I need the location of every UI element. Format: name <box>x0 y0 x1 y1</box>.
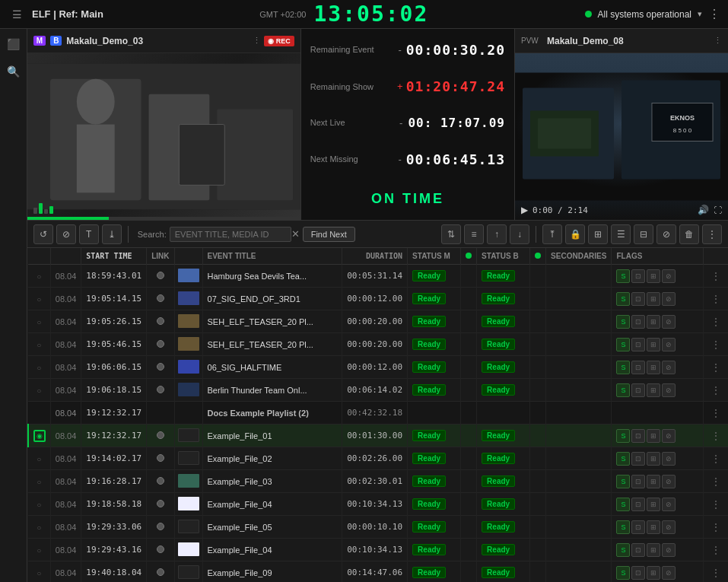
flag-grid-icon[interactable]: ⊞ <box>647 429 660 443</box>
row-more-cell[interactable]: ⋮ <box>704 379 729 402</box>
text-button[interactable]: T <box>79 224 99 244</box>
flag-grid-icon[interactable]: ⊞ <box>647 543 660 557</box>
flag-grid-icon[interactable]: ⊞ <box>647 269 660 283</box>
block-button[interactable]: ⊘ <box>656 224 676 244</box>
col-header-secondaries[interactable]: SECONDARIES <box>546 248 612 265</box>
row-more-cell[interactable]: ⋮ <box>704 425 729 447</box>
row-icon-cell[interactable]: ○ <box>28 539 51 561</box>
row-icon-cell[interactable]: ○ <box>28 516 51 539</box>
flag-grid-icon[interactable]: ⊞ <box>647 338 660 351</box>
row-flags-cell[interactable]: S ⊡ ⊞ ⊘ <box>612 447 704 470</box>
row-icon-cell[interactable]: ○ <box>28 493 51 516</box>
row-flags-cell[interactable]: S ⊡ ⊞ ⊘ <box>612 539 704 561</box>
row-more-cell[interactable]: ⋮ <box>704 470 729 493</box>
row-select-icon[interactable]: ○ <box>37 501 41 509</box>
row-icon-cell[interactable]: ○ <box>28 288 51 310</box>
flag-s-icon[interactable]: S <box>616 269 630 283</box>
row-more-cell[interactable]: ⋮ <box>704 539 729 561</box>
row-more-button[interactable]: ⋮ <box>708 430 723 442</box>
flag-grid-icon[interactable]: ⊞ <box>647 498 660 511</box>
flag-copy-icon[interactable]: ⊡ <box>631 338 645 351</box>
flag-grid-icon[interactable]: ⊞ <box>647 292 660 306</box>
flag-s-icon[interactable]: S <box>616 543 630 557</box>
flag-block-icon[interactable]: ⊘ <box>662 475 676 488</box>
col-header-status-b[interactable]: STATUS B <box>477 248 530 265</box>
row-title-cell[interactable]: Example_File_02 <box>202 447 342 470</box>
sidebar-monitor-icon[interactable]: ⬛ <box>4 35 22 53</box>
col-header-duration[interactable]: DURATION <box>342 248 408 265</box>
row-title-cell[interactable]: SEH_ELF_TEASER_20 Pl... <box>202 333 342 356</box>
row-more-button[interactable]: ⋮ <box>708 316 723 328</box>
refresh-button[interactable]: ↺ <box>33 224 53 244</box>
row-select-icon[interactable]: ○ <box>37 364 41 372</box>
flag-s-icon[interactable]: S <box>616 429 630 443</box>
row-select-icon[interactable]: ○ <box>37 478 41 486</box>
flag-block-icon[interactable]: ⊘ <box>662 452 676 466</box>
row-more-button[interactable]: ⋮ <box>708 475 723 488</box>
rec-button[interactable]: ◉ REC <box>264 36 294 46</box>
row-more-button[interactable]: ⋮ <box>708 293 723 305</box>
row-icon-cell[interactable]: ○ <box>28 561 51 583</box>
preview-progress-bar[interactable] <box>27 217 300 220</box>
pvw-more-button[interactable]: ⋮ <box>714 36 722 46</box>
row-more-cell[interactable]: ⋮ <box>704 288 729 310</box>
arrow-down-button[interactable]: ↓ <box>510 224 529 244</box>
row-more-cell[interactable]: ⋮ <box>704 356 729 379</box>
grid-button[interactable]: ⊞ <box>588 224 608 244</box>
flag-grid-icon[interactable]: ⊞ <box>647 315 660 329</box>
flag-s-icon[interactable]: S <box>616 338 630 351</box>
row-more-button[interactable]: ⋮ <box>708 567 723 579</box>
row-select-icon[interactable]: ○ <box>37 546 41 555</box>
upload-button[interactable]: ⤒ <box>542 224 562 244</box>
row-icon-cell[interactable]: ○ <box>28 470 51 493</box>
row-flags-cell[interactable]: S ⊡ ⊞ ⊘ <box>612 561 704 583</box>
flag-s-icon[interactable]: S <box>616 475 630 488</box>
flag-block-icon[interactable]: ⊘ <box>662 315 676 329</box>
arrow-up-button[interactable]: ↑ <box>487 224 507 244</box>
row-flags-cell[interactable]: S ⊡ ⊞ ⊘ <box>612 356 704 379</box>
flag-copy-icon[interactable]: ⊡ <box>631 520 645 534</box>
flag-grid-icon[interactable]: ⊞ <box>647 361 660 374</box>
flag-copy-icon[interactable]: ⊡ <box>631 566 645 580</box>
row-more-button[interactable]: ⋮ <box>708 521 723 533</box>
download-button[interactable]: ⤓ <box>102 224 122 244</box>
row-icon-cell[interactable]: ◉ <box>28 425 51 447</box>
row-flags-cell[interactable]: S ⊡ ⊞ ⊘ <box>612 516 704 539</box>
row-more-cell[interactable]: ⋮ <box>704 493 729 516</box>
row-title-cell[interactable]: Berlin Thunder Team Onl... <box>202 379 342 402</box>
flag-grid-icon[interactable]: ⊞ <box>647 520 660 534</box>
flag-block-icon[interactable]: ⊘ <box>662 543 676 557</box>
flag-block-icon[interactable]: ⊘ <box>662 498 676 511</box>
flag-s-icon[interactable]: S <box>616 498 630 511</box>
flag-block-icon[interactable]: ⊘ <box>662 338 676 351</box>
row-flags-cell[interactable]: S ⊡ ⊞ ⊘ <box>612 310 704 333</box>
flag-s-icon[interactable]: S <box>616 383 630 397</box>
flag-copy-icon[interactable]: ⊡ <box>631 361 645 374</box>
pvw-fullscreen-icon[interactable]: ⛶ <box>714 205 722 215</box>
pvw-volume-icon[interactable]: 🔊 <box>698 205 709 215</box>
flag-copy-icon[interactable]: ⊡ <box>631 543 645 557</box>
row-icon-cell[interactable]: ○ <box>28 265 51 288</box>
flag-s-icon[interactable]: S <box>616 452 630 466</box>
row-more-button[interactable]: ⋮ <box>708 407 723 419</box>
secure-button[interactable]: 🔒 <box>565 224 585 244</box>
lock-button[interactable]: ⊘ <box>56 224 76 244</box>
flag-s-icon[interactable]: S <box>616 292 630 306</box>
row-flags-cell[interactable]: S ⊡ ⊞ ⊘ <box>612 379 704 402</box>
row-more-cell[interactable]: ⋮ <box>704 447 729 470</box>
flag-block-icon[interactable]: ⊘ <box>662 429 676 443</box>
row-select-icon[interactable]: ○ <box>37 569 41 577</box>
row-title-cell[interactable]: Example_File_04 <box>202 539 342 561</box>
flag-block-icon[interactable]: ⊘ <box>662 269 676 283</box>
window-icon[interactable]: ☰ <box>8 5 26 24</box>
col-header-link[interactable]: LINK <box>147 248 174 265</box>
flag-copy-icon[interactable]: ⊡ <box>631 498 645 511</box>
row-title-cell[interactable]: 06_SIG_HALFTIME <box>202 356 342 379</box>
flag-copy-icon[interactable]: ⊡ <box>631 383 645 397</box>
row-more-button[interactable]: ⋮ <box>708 453 723 465</box>
flag-s-icon[interactable]: S <box>616 361 630 374</box>
row-icon-cell[interactable]: ○ <box>28 356 51 379</box>
table2-button[interactable]: ⊟ <box>634 224 653 244</box>
flag-block-icon[interactable]: ⊘ <box>662 520 676 534</box>
find-next-button[interactable]: Find Next <box>303 227 355 242</box>
